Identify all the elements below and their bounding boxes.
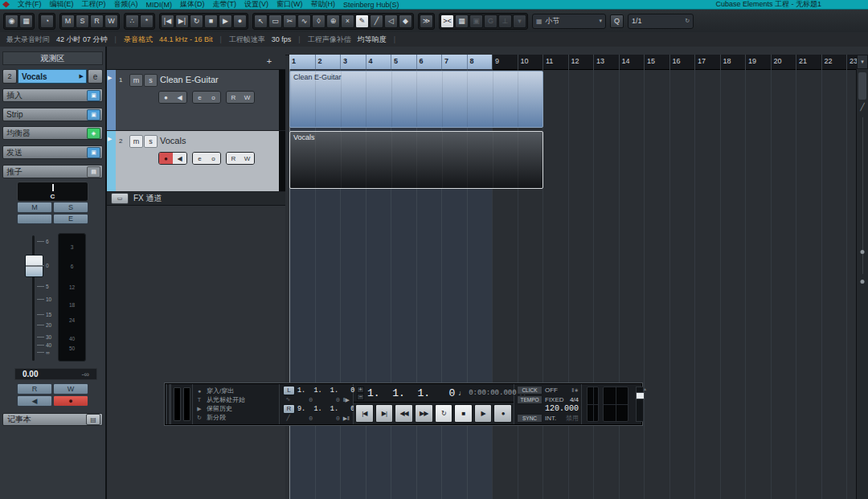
ruler-bar-13[interactable]: 13 xyxy=(593,55,619,69)
play-button[interactable]: ▶ xyxy=(219,14,232,28)
snap-type-grid-button[interactable]: ▦ xyxy=(455,14,469,28)
draw-tool[interactable]: ✎ xyxy=(355,14,369,28)
ruler-bar-7[interactable]: 7 xyxy=(441,55,467,69)
read-automation-button[interactable]: R xyxy=(17,383,52,395)
ruler-bar-5[interactable]: 5 xyxy=(391,55,416,69)
inspector-section-1[interactable]: Strip▣ xyxy=(2,108,103,121)
menu-item-4[interactable]: MIDI(M) xyxy=(142,1,177,9)
record-mode-0[interactable]: ●穿入/穿出 xyxy=(196,387,276,395)
cycle-button[interactable]: ↻ xyxy=(435,404,453,423)
strip-icon[interactable]: ▣ xyxy=(87,109,100,121)
edit-button[interactable]: E xyxy=(53,214,88,225)
menu-item-0[interactable]: 文件(F) xyxy=(14,0,46,10)
write-automation-button[interactable]: W xyxy=(53,383,88,395)
ruler-bar-17[interactable]: 17 xyxy=(694,55,720,69)
quantize-dropdown[interactable]: 1/1 ↻ xyxy=(628,14,694,29)
erase-tool[interactable]: ◊ xyxy=(312,14,326,28)
inspector-section-2[interactable]: 均衡器◈ xyxy=(2,126,103,140)
ruler-bar-15[interactable]: 15 xyxy=(644,55,669,69)
nudge-minus-button[interactable]: − xyxy=(357,394,364,400)
track-row-2[interactable]: ▶2msVocals●◀eoRW xyxy=(107,131,285,192)
track-solo-button[interactable]: s xyxy=(144,135,158,148)
edit-channel-button[interactable]: e xyxy=(193,92,207,103)
glue-tool[interactable]: ∿ xyxy=(297,14,311,28)
menu-item-2[interactable]: 工程(P) xyxy=(78,0,110,10)
ruler-bar-19[interactable]: 19 xyxy=(745,55,771,69)
ruler-bar-16[interactable]: 16 xyxy=(669,55,695,69)
output-level-handle[interactable] xyxy=(636,392,645,399)
line-tool[interactable]: ╱ xyxy=(370,14,383,28)
ruler-options-button[interactable]: ▾ xyxy=(857,55,868,69)
mute-button[interactable]: M xyxy=(17,202,52,213)
nudge-plus-button[interactable]: + xyxy=(357,387,364,393)
split-tool[interactable]: ✂ xyxy=(283,14,297,28)
timeline-ruler[interactable]: 1234567891011121314151617181920212223 xyxy=(289,55,857,70)
menu-item-3[interactable]: 音频(A) xyxy=(110,0,142,10)
output-level-slider[interactable] xyxy=(636,387,644,422)
menu-item-1[interactable]: 编辑(E) xyxy=(46,0,78,10)
track-solo-button[interactable]: s xyxy=(144,74,158,87)
ruler-bar-9[interactable]: 9 xyxy=(492,55,518,69)
inspector-section-3[interactable]: 发送▣ xyxy=(2,145,103,159)
goto-zero-button[interactable]: |◀ xyxy=(355,404,374,423)
read-automation-button[interactable]: R xyxy=(227,92,240,103)
track-number-badge[interactable]: 2 xyxy=(2,69,17,84)
left-locator-button[interactable]: L xyxy=(283,386,295,395)
transport-grip[interactable] xyxy=(166,384,171,424)
autoscroll-button[interactable]: ≫ xyxy=(420,14,433,28)
monitor-button[interactable]: ◀ xyxy=(173,92,186,103)
select-tool[interactable]: ↖ xyxy=(254,14,268,28)
ruler-bar-3[interactable]: 3 xyxy=(340,55,366,69)
menu-item-7[interactable]: 设置(V) xyxy=(240,0,272,10)
tempo-value[interactable]: 120.000 xyxy=(545,404,579,413)
inspector-section-4[interactable]: 推子▤ xyxy=(2,165,103,178)
secondary-time-display[interactable]: 0:00:00.000 xyxy=(469,389,516,397)
forward-button[interactable]: ▶▶ xyxy=(415,404,433,423)
menu-item-6[interactable]: 走带(T) xyxy=(209,0,241,10)
fx-channel-folder[interactable]: ▭ FX 通道 xyxy=(107,192,285,206)
menu-item-5[interactable]: 媒体(D) xyxy=(176,0,209,10)
preroll-values[interactable]: 0 0‖▶ xyxy=(296,396,350,403)
goto-end-button[interactable]: ▶| xyxy=(375,404,394,423)
notepad-bar[interactable]: 记事本 ▤ xyxy=(2,413,103,426)
window-layout-button[interactable]: ▦ xyxy=(19,14,33,28)
stop-button[interactable]: ■ xyxy=(454,404,473,423)
snap-on-off-button[interactable]: >< xyxy=(440,14,454,28)
record-mode-2[interactable]: ▶保留历史 xyxy=(196,405,276,413)
ruler-bar-23[interactable]: 23 xyxy=(846,55,857,69)
record-mode-1[interactable]: T从光标处开始 xyxy=(196,395,276,403)
ruler-bar-20[interactable]: 20 xyxy=(771,55,796,69)
sync-button[interactable]: SYNC xyxy=(517,414,542,423)
postroll-values[interactable]: 0 0▶‖ xyxy=(296,415,350,422)
track-mute-button[interactable]: m xyxy=(129,135,143,148)
ruler-bar-4[interactable]: 4 xyxy=(366,55,391,69)
record-mode-3[interactable]: ↻新分段 xyxy=(196,414,276,422)
write-automation-button[interactable]: W xyxy=(240,92,254,103)
zoom-tool[interactable]: ⊕ xyxy=(326,14,340,28)
ruler-bar-2[interactable]: 2 xyxy=(315,55,341,69)
left-locator-value[interactable]: 1. 1. 1. 0 xyxy=(297,387,354,395)
monitor-button[interactable]: ◀ xyxy=(17,395,52,407)
zoom-slider-handle[interactable] xyxy=(861,250,865,254)
time-signature[interactable]: 4/4 xyxy=(570,396,579,403)
global-s-button[interactable]: S xyxy=(76,14,89,28)
ruler-bar-11[interactable]: 11 xyxy=(542,55,568,69)
record-enable-button[interactable]: ● xyxy=(159,92,173,103)
goto-previous-marker-button[interactable]: |◀ xyxy=(161,14,174,28)
inspector-section-0[interactable]: 插入▣ xyxy=(2,88,103,102)
audio-event-vocals[interactable]: Vocals xyxy=(289,131,543,189)
tempo-button[interactable]: TEMPO xyxy=(517,395,542,404)
primary-time-display[interactable]: 1. 1. 1. 0 xyxy=(367,387,455,399)
punch-out-icon[interactable]: ▶‖ xyxy=(343,415,350,421)
global-w-button[interactable]: W xyxy=(104,14,118,28)
record-enable-button[interactable]: ● xyxy=(53,395,88,407)
right-locator-button[interactable]: R xyxy=(283,404,295,414)
menu-item-8[interactable]: 窗口(W) xyxy=(272,0,307,10)
track-row-1[interactable]: ▶1msClean E-Guitar●◀eoRW xyxy=(107,70,285,131)
record-button[interactable]: ● xyxy=(493,404,512,423)
right-locator-value[interactable]: 9. 1. 1. 0 xyxy=(297,405,354,413)
stop-button[interactable]: ■ xyxy=(204,14,218,28)
punch-in-icon[interactable]: ‖▶ xyxy=(343,397,350,403)
ruler-bar-14[interactable]: 14 xyxy=(619,55,645,69)
global-m-button[interactable]: M xyxy=(61,14,75,28)
